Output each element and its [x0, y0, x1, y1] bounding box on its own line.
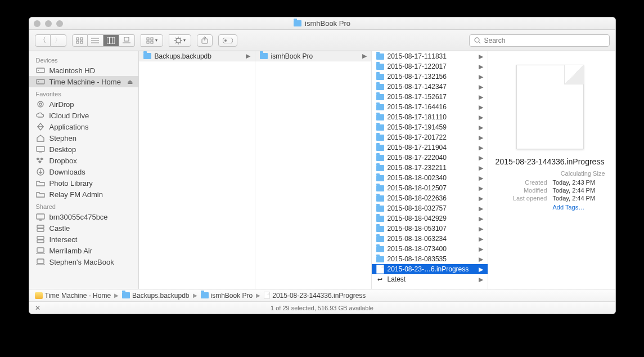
chevron-right-icon: ▶	[479, 246, 483, 253]
list-view-button[interactable]	[88, 34, 103, 47]
chevron-right-icon: ▶	[479, 124, 483, 131]
svg-line-22	[180, 42, 181, 43]
folder-row[interactable]: 2015-08-17-201722▶	[372, 132, 488, 142]
action-button[interactable]: ▾	[169, 34, 191, 47]
folder-row[interactable]: 2015-08-17-111831▶	[372, 51, 488, 61]
coverflow-view-button[interactable]	[119, 34, 135, 47]
svg-rect-3	[80, 41, 83, 43]
back-button[interactable]: 〈	[35, 34, 51, 47]
folder-row[interactable]: 2015-08-17-164416▶	[372, 102, 488, 112]
folder-row[interactable]: 2015-08-18-053107▶	[372, 224, 488, 234]
sidebar-item[interactable]: Stephen	[29, 132, 138, 144]
sidebar-item[interactable]: brn30055c475bce	[29, 211, 138, 222]
folder-row[interactable]: 2015-08-17-152617▶	[372, 92, 488, 102]
folder-row[interactable]: 2015-08-17-181110▶	[372, 112, 488, 122]
sidebar-item[interactable]: Relay FM Admin	[29, 189, 138, 200]
chevron-right-icon: ▶	[479, 276, 483, 283]
tags-button[interactable]	[218, 34, 237, 47]
sidebar-item[interactable]: Merrilamb Air	[29, 245, 138, 256]
sidebar-item[interactable]: Desktop	[29, 144, 138, 155]
created-value: Today, 2:43 PM	[553, 179, 605, 186]
folder-icon	[36, 179, 45, 187]
column-2-item[interactable]: ismhBook Pro ▶	[255, 51, 371, 61]
folder-icon	[376, 84, 384, 90]
folder-label: 2015-08-18-053107	[388, 225, 447, 233]
folder-row[interactable]: 2015-08-18-002340▶	[372, 173, 488, 183]
cloud-icon	[36, 111, 45, 119]
folder-icon	[376, 216, 384, 222]
folder-row[interactable]: 2015-08-18-063234▶	[372, 234, 488, 244]
folder-icon	[376, 185, 384, 191]
folder-icon	[376, 246, 384, 252]
column-view-button[interactable]	[103, 34, 119, 47]
column-1-label: Backups.backupdb	[155, 52, 211, 60]
folder-row[interactable]: 2015-08-18-073400▶	[372, 244, 488, 254]
folder-row[interactable]: 2015-08-17-122017▶	[372, 61, 488, 72]
add-tags-button[interactable]: Add Tags…	[553, 204, 605, 211]
share-button[interactable]	[197, 34, 213, 47]
svg-rect-13	[151, 38, 153, 40]
sidebar-item[interactable]: Time Machine - Home⏏	[29, 76, 138, 87]
folder-row[interactable]: 2015-08-17-232211▶	[372, 163, 488, 173]
laptop-icon	[36, 247, 45, 255]
column-1-item[interactable]: Backups.backupdb ▶	[139, 51, 255, 61]
sidebar-item[interactable]: Castle	[29, 222, 138, 234]
zoom-icon[interactable]	[56, 20, 63, 27]
folder-row[interactable]: 2015-08-17-142347▶	[372, 82, 488, 92]
sidebar-item[interactable]: AirDrop	[29, 99, 138, 110]
modified-label: Modified	[495, 187, 547, 194]
path-segment[interactable]: Time Machine - Home	[35, 292, 111, 300]
folder-row[interactable]: 2015-08-17-222040▶	[372, 153, 488, 163]
sidebar-item[interactable]: iCloud Drive	[29, 110, 138, 121]
arrange-button[interactable]: ▾	[141, 34, 163, 47]
drive-icon	[35, 292, 43, 299]
folder-row[interactable]: 2015-08-17-211904▶	[372, 142, 488, 153]
desktop-icon	[36, 145, 45, 153]
svg-point-28	[224, 39, 227, 42]
search-input[interactable]	[484, 37, 605, 44]
sidebar-item[interactable]: Downloads	[29, 166, 138, 177]
minimize-icon[interactable]	[45, 20, 52, 27]
sidebar-item[interactable]: Stephen's MacBook	[29, 256, 138, 267]
forward-button[interactable]: 〉	[51, 34, 66, 47]
folder-row[interactable]: 2015-08-17-191459▶	[372, 122, 488, 132]
path-segment[interactable]: ismhBook Pro	[201, 292, 253, 300]
columns-area: Backups.backupdb ▶ ismhBook Pro ▶ 2015-0…	[139, 51, 615, 289]
preview-filename: 2015-08-23-144336.inProgress	[495, 157, 605, 167]
sidebar-item[interactable]: Macintosh HD	[29, 65, 138, 76]
sidebar-item[interactable]: Photo Library	[29, 177, 138, 189]
sidebar-item-label: Time Machine - Home	[49, 78, 121, 86]
folder-label: 2015-08-18-063234	[388, 235, 447, 243]
sidebar-item[interactable]: Applications	[29, 121, 138, 132]
view-buttons	[72, 34, 135, 47]
icon-view-button[interactable]	[72, 34, 88, 47]
folder-icon	[376, 104, 384, 110]
path-segment[interactable]: 2015-08-23-144336.inProgress	[264, 292, 366, 300]
folder-row[interactable]: 2015-08-18-083535▶	[372, 254, 488, 264]
close-icon[interactable]	[34, 20, 40, 27]
column-3: 2015-08-17-111831▶2015-08-17-122017▶2015…	[372, 51, 488, 289]
sidebar-item-label: Desktop	[49, 145, 76, 154]
folder-row[interactable]: 2015-08-18-012507▶	[372, 183, 488, 193]
search-box[interactable]	[469, 34, 610, 47]
path-separator-icon: ▶	[113, 292, 120, 298]
chevron-right-icon: ▶	[479, 63, 483, 70]
home-icon	[36, 134, 45, 142]
folder-row[interactable]: 2015-08-18-042929▶	[372, 213, 488, 224]
nav-buttons: 〈 〉	[35, 34, 66, 47]
sidebar-item[interactable]: Dropbox	[29, 155, 138, 166]
file-row-selected[interactable]: 2015-08-23-…6.inProgress▶	[372, 264, 488, 274]
sidebar-item-label: iCloud Drive	[49, 111, 89, 120]
cancel-icon[interactable]: ✕	[35, 304, 40, 312]
eject-icon[interactable]: ⏏	[127, 78, 133, 86]
folder-row[interactable]: 2015-08-17-132156▶	[372, 72, 488, 82]
folder-row[interactable]: 2015-08-18-022636▶	[372, 193, 488, 203]
path-segment[interactable]: Backups.backupdb	[122, 292, 189, 300]
folder-row[interactable]: 2015-08-18-032757▶	[372, 203, 488, 213]
svg-rect-2	[76, 41, 79, 43]
sidebar-item[interactable]: Intersect	[29, 234, 138, 245]
alias-row[interactable]: ↩︎Latest▶	[372, 274, 488, 284]
chevron-right-icon: ▶	[479, 215, 483, 222]
chevron-right-icon: ▶	[362, 52, 367, 60]
folder-label: 2015-08-17-211904	[388, 144, 447, 151]
